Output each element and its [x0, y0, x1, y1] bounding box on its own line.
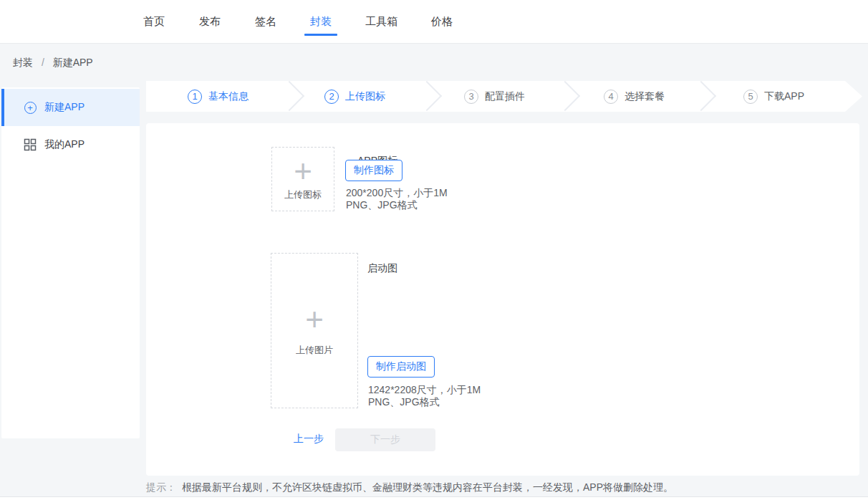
breadcrumb: 封装 / 新建APP: [13, 57, 93, 69]
step-basic-info: 1 基本信息: [188, 81, 249, 112]
nav-item-sign[interactable]: 签名: [255, 0, 276, 43]
make-icon-button[interactable]: 制作图标: [345, 160, 402, 181]
splash-size-hint: 1242*2208尺寸，小于1M: [368, 384, 481, 396]
upload-box-label: 上传图标: [284, 188, 322, 201]
breadcrumb-current: 新建APP: [53, 57, 93, 68]
notice-prefix: 提示：: [146, 481, 176, 493]
plus-icon: +: [305, 305, 324, 334]
step-upload-icon: 2 上传图标: [324, 81, 385, 112]
step-separator-chevron: [412, 81, 442, 111]
active-item-indicator-bar: [1, 89, 4, 126]
step-number-badge: 5: [743, 90, 758, 104]
step-separator-chevron: [550, 81, 580, 111]
active-tab-underline: [304, 34, 337, 36]
step-number-badge: 1: [188, 90, 202, 104]
nav-item-price[interactable]: 价格: [431, 0, 453, 43]
nav-item-package-label: 封装: [310, 15, 332, 27]
breadcrumb-section[interactable]: 封装: [13, 57, 33, 68]
step-choose-plan: 4 选择套餐: [604, 81, 665, 112]
step-number-badge: 3: [464, 90, 478, 104]
nav-item-package[interactable]: 封装: [310, 0, 332, 43]
page-bottom-divider: [0, 496, 868, 500]
upload-box-label: 上传图片: [296, 344, 333, 357]
plus-circle-icon: +: [24, 101, 37, 114]
step-number-badge: 4: [604, 90, 618, 104]
app-icon-size-hint: 200*200尺寸，小于1M: [346, 187, 448, 199]
main-form-panel: APP图标 + 上传图标 制作图标 200*200尺寸，小于1M PNG、JPG…: [146, 123, 859, 476]
nav-item-toolbox[interactable]: 工具箱: [365, 0, 397, 43]
step-wizard: 1 基本信息 2 上传图标 3 配置插件 4 选择套餐 5 下载APP: [146, 81, 862, 112]
sidebar: + 新建APP 我的APP: [1, 87, 140, 438]
previous-step-link[interactable]: 上一步: [294, 433, 324, 446]
sidebar-item-my-app[interactable]: 我的APP: [1, 126, 140, 163]
app-icon-upload-box[interactable]: + 上传图标: [271, 147, 334, 211]
sidebar-item-label: 我的APP: [44, 138, 85, 151]
breadcrumb-separator: /: [42, 57, 44, 68]
make-splash-button[interactable]: 制作启动图: [367, 356, 435, 378]
plus-icon: +: [294, 157, 312, 186]
step-separator-chevron: [274, 81, 304, 111]
next-step-button[interactable]: 下一步: [335, 428, 435, 451]
sidebar-item-new-app[interactable]: + 新建APP: [1, 89, 140, 126]
splash-upload-box[interactable]: + 上传图片: [271, 253, 358, 408]
splash-format-hint: PNG、JPG格式: [368, 396, 440, 408]
sidebar-item-label: 新建APP: [44, 101, 85, 114]
step-separator-chevron: [686, 81, 716, 111]
step-configure-plugins: 3 配置插件: [464, 81, 525, 112]
nav-item-home[interactable]: 首页: [143, 0, 165, 43]
top-navigation: 首页 发布 签名 封装 工具箱 价格: [0, 0, 868, 44]
app-icon-format-hint: PNG、JPG格式: [346, 199, 418, 211]
step-download-app: 5 下载APP: [743, 81, 804, 112]
step-number-badge: 2: [324, 90, 339, 104]
nav-item-publish[interactable]: 发布: [199, 0, 221, 43]
notice-text: 根据最新平台规则，不允许区块链虚拟币、金融理财类等违规内容在平台封装，一经发现，…: [182, 481, 673, 493]
grid-icon: [24, 138, 37, 151]
platform-rule-notice: 提示：根据最新平台规则，不允许区块链虚拟币、金融理财类等违规内容在平台封装，一经…: [146, 481, 673, 494]
